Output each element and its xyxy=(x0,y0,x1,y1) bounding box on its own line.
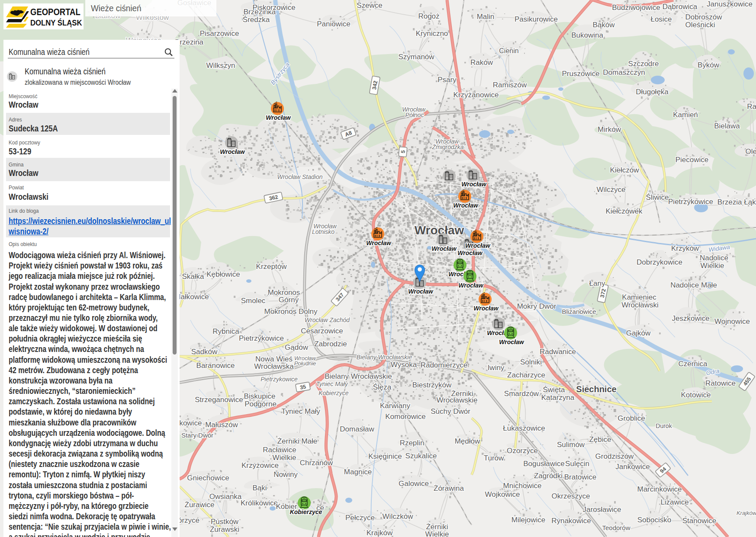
svg-text:Galowice: Galowice xyxy=(399,479,429,488)
svg-text:Dąbrowica: Dąbrowica xyxy=(663,3,698,11)
svg-text:Marcinkowice: Marcinkowice xyxy=(637,485,682,493)
svg-text:Milejowice: Milejowice xyxy=(512,516,545,524)
svg-text:Rzeplin: Rzeplin xyxy=(400,439,425,447)
svg-text:Wrocław: Wrocław xyxy=(457,249,483,256)
svg-text:Pietrzykowice: Pietrzykowice xyxy=(261,376,298,383)
svg-text:Biestrzyków: Biestrzyków xyxy=(412,381,452,389)
svg-text:Raków: Raków xyxy=(470,58,493,67)
svg-text:Szukalice: Szukalice xyxy=(405,452,437,460)
svg-text:Katarzyna: Katarzyna xyxy=(541,393,575,402)
svg-text:Nowiny: Nowiny xyxy=(273,470,298,479)
svg-text:Szymanów: Szymanów xyxy=(398,53,434,61)
svg-text:Piskorzowice: Piskorzowice xyxy=(252,3,295,12)
svg-text:Wrocław: Wrocław xyxy=(465,242,490,249)
svg-text:Krajków: Krajków xyxy=(367,529,393,537)
svg-text:Bogusławice: Bogusławice xyxy=(523,460,564,468)
svg-text:Łosice: Łosice xyxy=(650,15,672,23)
svg-text:Łany: Łany xyxy=(589,279,605,288)
svg-text:Długołęka: Długołęka xyxy=(636,88,669,96)
svg-text:Pruszowice: Pruszowice xyxy=(562,70,600,78)
svg-text:Magnice: Magnice xyxy=(344,468,372,476)
svg-text:Wrocław Stadion: Wrocław Stadion xyxy=(277,173,322,180)
svg-text:Racławice: Racławice xyxy=(263,446,296,454)
svg-text:Mnichowice: Mnichowice xyxy=(503,482,542,490)
svg-text:Stary Dwór: Stary Dwór xyxy=(181,432,213,439)
svg-text:Dobrzykowice: Dobrzykowice xyxy=(637,258,682,266)
svg-text:Groblice: Groblice xyxy=(618,414,645,422)
svg-text:Ra: Ra xyxy=(747,102,756,111)
svg-text:Żmigrodzka: Żmigrodzka xyxy=(431,144,463,150)
svg-text:Kiełczów: Kiełczów xyxy=(610,166,639,174)
svg-text:Jankowice: Jankowice xyxy=(615,463,650,471)
svg-text:Radomierzyce: Radomierzyce xyxy=(421,361,468,369)
svg-text:Małuszów: Małuszów xyxy=(205,421,238,429)
svg-text:Smolec: Smolec xyxy=(241,297,266,305)
svg-text:Malin: Malin xyxy=(477,13,495,21)
svg-text:Skałka: Skałka xyxy=(182,272,204,281)
svg-text:Kotowice: Kotowice xyxy=(681,391,711,399)
svg-text:Krzyków: Krzyków xyxy=(671,244,699,253)
svg-text:Bielany Wrocławskie: Bielany Wrocławskie xyxy=(325,372,392,380)
svg-text:Ślęza: Ślęza xyxy=(373,383,392,391)
svg-text:Domaszczyn: Domaszczyn xyxy=(603,68,645,77)
svg-text:Pasikurowice: Pasikurowice xyxy=(515,15,558,23)
svg-text:Gajków: Gajków xyxy=(626,329,651,337)
svg-text:tkowice: tkowice xyxy=(177,419,202,427)
svg-text:Tyniec Mały: Tyniec Mały xyxy=(281,407,320,416)
svg-text:Dobroszów: Dobroszów xyxy=(685,13,722,21)
svg-text:Baranowice: Baranowice xyxy=(196,361,235,370)
svg-text:Tyniec Mały: Tyniec Mały xyxy=(316,380,348,387)
svg-text:Czernica: Czernica xyxy=(678,360,708,368)
svg-text:Małkowice: Małkowice xyxy=(174,293,209,301)
svg-text:Suchy Dwór: Suchy Dwór xyxy=(431,407,470,416)
svg-text:Ramiszów: Ramiszów xyxy=(493,81,527,89)
svg-text:Żurawski: Żurawski xyxy=(210,525,239,534)
svg-text:Pełczyce: Pełczyce xyxy=(345,514,375,522)
svg-text:Wrocław: Wrocław xyxy=(431,245,457,252)
svg-text:Strzeganowice: Strzeganowice xyxy=(195,396,243,404)
svg-text:Iwiny: Iwiny xyxy=(488,364,505,372)
svg-text:Szczodre: Szczodre xyxy=(628,60,659,68)
svg-text:Piecowice: Piecowice xyxy=(676,156,709,164)
svg-text:Kobierzyce: Kobierzyce xyxy=(318,390,348,396)
svg-text:Święta: Święta xyxy=(543,386,565,394)
svg-text:Wilczków: Wilczków xyxy=(383,512,414,521)
svg-text:Grodziszów: Grodziszów xyxy=(595,452,634,460)
svg-text:Radwanice: Radwanice xyxy=(540,348,576,356)
svg-text:Biskupice: Biskupice xyxy=(244,392,276,400)
svg-text:Rogoż: Rogoż xyxy=(418,12,439,20)
svg-text:Paniowice: Paniowice xyxy=(317,20,351,28)
svg-text:Pietrzykowice: Pietrzykowice xyxy=(668,198,713,206)
svg-text:Pisarzowice: Pisarzowice xyxy=(200,29,239,38)
svg-text:Zabrodzie: Zabrodzie xyxy=(314,340,347,348)
svg-text:Księginice: Księginice xyxy=(368,452,402,460)
svg-text:Górny: Górny xyxy=(279,296,299,304)
svg-text:Wysoka: Wysoka xyxy=(391,361,417,369)
svg-text:Bratowice: Bratowice xyxy=(564,473,597,481)
svg-text:Żórawina: Żórawina xyxy=(434,484,464,492)
svg-text:Wrocław: Wrocław xyxy=(366,240,391,246)
svg-text:Wilczyce: Wilczyce xyxy=(596,185,625,194)
svg-text:Królikowice: Królikowice xyxy=(241,499,278,507)
svg-text:Wrocław: Wrocław xyxy=(408,288,433,295)
svg-text:Siechnice: Siechnice xyxy=(576,384,616,394)
svg-text:Wrocławski: Wrocławski xyxy=(621,301,659,309)
svg-text:Mędłów: Mędłów xyxy=(455,437,480,445)
svg-text:Byków: Byków xyxy=(698,61,720,69)
svg-text:Okrzeszyce: Okrzeszyce xyxy=(552,492,590,500)
svg-text:Rybnica: Rybnica xyxy=(212,327,239,336)
svg-text:Domasław: Domasław xyxy=(340,425,374,433)
svg-text:Owsianka: Owsianka xyxy=(209,492,242,501)
svg-text:Bąki: Bąki xyxy=(252,484,267,492)
svg-text:Gniechowice: Gniechowice xyxy=(187,474,229,482)
svg-text:Łukaszowice: Łukaszowice xyxy=(503,424,545,432)
svg-text:Krzyżowice: Krzyżowice xyxy=(241,461,279,470)
svg-text:Lizawice: Lizawice xyxy=(660,498,688,506)
svg-text:Bielawa: Bielawa xyxy=(714,122,740,130)
svg-text:órzyce: órzyce xyxy=(178,516,199,524)
svg-text:Kiełczówek: Kiełczówek xyxy=(605,207,643,215)
svg-text:Chrzanów: Chrzanów xyxy=(300,459,333,467)
svg-text:Jeszkowice: Jeszkowice xyxy=(672,314,710,323)
svg-text:Smardzów: Smardzów xyxy=(504,390,539,398)
svg-text:Wielkie: Wielkie xyxy=(701,262,724,270)
